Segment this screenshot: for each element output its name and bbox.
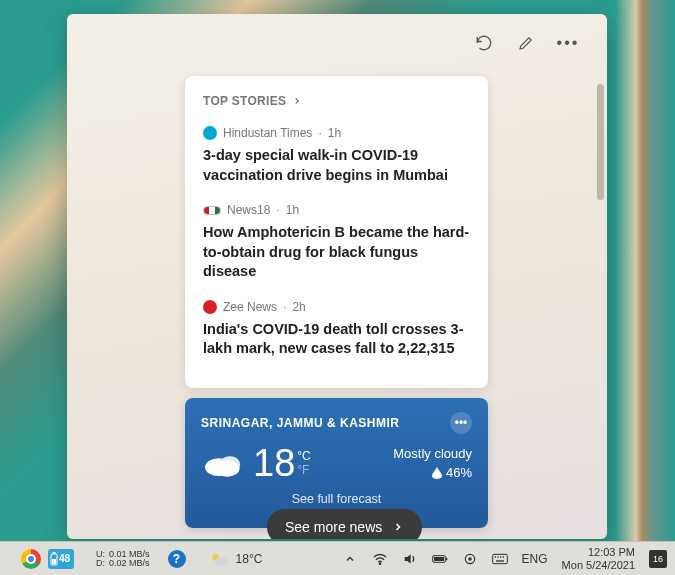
svg-point-7 bbox=[215, 557, 228, 565]
notification-count: 16 bbox=[653, 554, 663, 564]
story-meta: News18 · 1h bbox=[203, 203, 470, 217]
source-icon bbox=[203, 126, 217, 140]
svg-rect-16 bbox=[497, 556, 498, 557]
help-icon[interactable]: ? bbox=[168, 550, 186, 568]
chevron-right-icon bbox=[392, 521, 404, 533]
more-button[interactable]: ••• bbox=[557, 32, 579, 54]
taskbar: 48 U:0.01 MB/s D:0.02 MB/s ? 18°C bbox=[0, 541, 675, 575]
desktop: ••• TOP STORIES Hindustan Times · 1h 3-d… bbox=[0, 0, 675, 575]
widgets-panel: ••• TOP STORIES Hindustan Times · 1h 3-d… bbox=[67, 14, 607, 539]
source-icon bbox=[203, 300, 217, 314]
tray-expand-icon[interactable] bbox=[342, 551, 358, 567]
svg-rect-15 bbox=[494, 556, 495, 557]
top-stories-header[interactable]: TOP STORIES bbox=[203, 94, 470, 108]
unit-fahrenheit[interactable]: °F bbox=[297, 463, 310, 477]
panel-toolbar: ••• bbox=[473, 32, 579, 54]
battery-widget[interactable]: 48 bbox=[48, 549, 74, 569]
story-source: News18 bbox=[227, 203, 270, 217]
top-stories-card: TOP STORIES Hindustan Times · 1h 3-day s… bbox=[185, 76, 488, 388]
source-icon bbox=[203, 206, 221, 215]
droplet-icon bbox=[432, 467, 442, 479]
story-headline: India's COVID-19 death toll crosses 3-la… bbox=[203, 320, 470, 359]
story-headline: How Amphotericin B became the hard-to-ob… bbox=[203, 223, 470, 282]
action-center-icon[interactable]: 16 bbox=[649, 550, 667, 568]
chrome-taskbar-icon[interactable] bbox=[20, 548, 42, 570]
weather-more-button[interactable]: ••• bbox=[450, 412, 472, 434]
story-age: 1h bbox=[328, 126, 341, 140]
story-age: 1h bbox=[286, 203, 299, 217]
svg-point-2 bbox=[215, 460, 240, 477]
svg-rect-19 bbox=[496, 560, 504, 561]
taskbar-weather-button[interactable]: 18°C bbox=[210, 551, 263, 567]
see-more-news-button[interactable]: See more news bbox=[267, 509, 422, 539]
taskbar-weather-temp: 18°C bbox=[236, 552, 263, 566]
news-story[interactable]: Zee News · 2h India's COVID-19 death tol… bbox=[203, 300, 470, 359]
svg-rect-10 bbox=[434, 557, 444, 561]
battery-icon[interactable] bbox=[432, 551, 448, 567]
taskbar-clock[interactable]: 12:03 PM Mon 5/24/2021 bbox=[562, 546, 635, 571]
weather-humidity: 46% bbox=[446, 465, 472, 480]
weather-temperature: 18 bbox=[253, 444, 295, 482]
refresh-button[interactable] bbox=[473, 32, 495, 54]
weather-condition: Mostly cloudy bbox=[393, 446, 472, 461]
story-meta: Hindustan Times · 1h bbox=[203, 126, 470, 140]
svg-point-8 bbox=[379, 563, 380, 564]
svg-rect-11 bbox=[446, 557, 447, 560]
story-meta: Zee News · 2h bbox=[203, 300, 470, 314]
svg-rect-14 bbox=[492, 554, 507, 563]
svg-rect-4 bbox=[52, 559, 56, 564]
news-story[interactable]: Hindustan Times · 1h 3-day special walk-… bbox=[203, 126, 470, 185]
weather-location: SRINAGAR, JAMMU & KASHMIR bbox=[201, 416, 400, 430]
news-story[interactable]: News18 · 1h How Amphotericin B became th… bbox=[203, 203, 470, 282]
wallpaper-stripe bbox=[615, 0, 675, 575]
keyboard-icon[interactable] bbox=[492, 551, 508, 567]
language-indicator[interactable]: ENG bbox=[522, 552, 548, 566]
svg-rect-18 bbox=[502, 556, 503, 557]
edit-button[interactable] bbox=[515, 32, 537, 54]
see-full-forecast-link[interactable]: See full forecast bbox=[201, 492, 472, 504]
svg-rect-17 bbox=[500, 556, 501, 557]
top-stories-label: TOP STORIES bbox=[203, 94, 286, 108]
battery-percent: 48 bbox=[59, 553, 70, 564]
clock-date: Mon 5/24/2021 bbox=[562, 559, 635, 572]
see-more-label: See more news bbox=[285, 519, 382, 535]
story-age: 2h bbox=[292, 300, 305, 314]
cloud-sun-icon bbox=[210, 551, 230, 567]
story-source: Hindustan Times bbox=[223, 126, 312, 140]
cloud-icon bbox=[201, 445, 245, 481]
panel-scrollbar[interactable] bbox=[597, 84, 604, 200]
story-source: Zee News bbox=[223, 300, 277, 314]
unit-celsius[interactable]: °C bbox=[297, 449, 310, 463]
clock-time: 12:03 PM bbox=[562, 546, 635, 559]
wifi-icon[interactable] bbox=[372, 551, 388, 567]
svg-rect-5 bbox=[52, 552, 55, 554]
volume-icon[interactable] bbox=[402, 551, 418, 567]
network-speed-widget[interactable]: U:0.01 MB/s D:0.02 MB/s bbox=[96, 550, 150, 568]
location-icon[interactable] bbox=[462, 551, 478, 567]
svg-point-13 bbox=[468, 557, 470, 559]
story-headline: 3-day special walk-in COVID-19 vaccinati… bbox=[203, 146, 470, 185]
